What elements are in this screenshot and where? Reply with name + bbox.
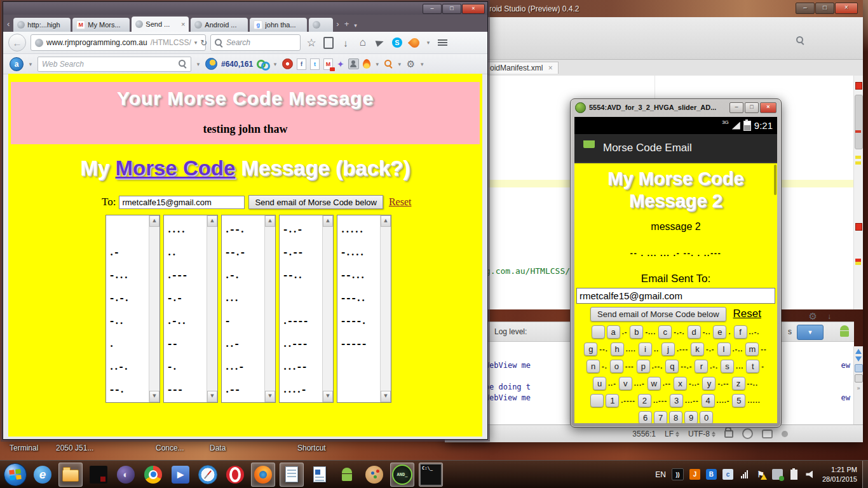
new-tab-button[interactable]: + xyxy=(344,19,349,29)
morse-option[interactable]: .... xyxy=(164,219,207,241)
app-reset-link[interactable]: Reset xyxy=(733,308,761,320)
scroll-down-icon[interactable]: ▼ xyxy=(207,391,217,402)
log-filter-dropdown[interactable]: ▼ xyxy=(797,325,824,340)
morse-key-v[interactable]: v xyxy=(619,377,632,390)
downloads-icon[interactable]: ↓ xyxy=(339,37,352,48)
browser-tab[interactable]: MMy Mors... xyxy=(72,18,130,32)
morse-option[interactable]: -..- xyxy=(280,219,323,241)
menu-hamburger-icon[interactable] xyxy=(436,39,449,46)
network-warning-icon[interactable]: ⚑ xyxy=(756,469,766,480)
morse-option[interactable]: ...-- xyxy=(280,356,323,379)
desktop-icon-label[interactable]: 2050 J51... xyxy=(56,444,93,452)
morse-option[interactable] xyxy=(280,287,323,310)
morse-option[interactable]: ...- xyxy=(222,356,265,379)
studio-tab-close-icon[interactable]: × xyxy=(548,64,553,72)
morse-key-z[interactable]: z xyxy=(732,377,745,390)
url-history-caret-icon[interactable]: ▾ xyxy=(194,39,198,46)
avast-caret-icon[interactable]: ▾ xyxy=(27,61,34,67)
lock-icon[interactable] xyxy=(724,430,733,438)
morse-key-o[interactable]: o xyxy=(610,360,623,373)
scroll-up-icon[interactable]: ▲ xyxy=(207,215,217,227)
morse-option[interactable]: ....- xyxy=(280,379,323,402)
scroll-up-icon[interactable]: ▲ xyxy=(323,215,333,227)
morse-key-9[interactable]: 9 xyxy=(684,411,698,423)
morse-option[interactable]: .---- xyxy=(280,310,323,333)
morse-option[interactable]: -... xyxy=(106,264,149,287)
bookmarks-menu-icon[interactable] xyxy=(322,37,335,49)
morse-option[interactable]: --... xyxy=(337,264,381,287)
internet-explorer-icon[interactable]: e xyxy=(31,463,54,486)
email-to-input[interactable] xyxy=(119,196,245,209)
morse-key-c[interactable]: c xyxy=(658,325,672,339)
morse-option[interactable]: ..--- xyxy=(280,333,323,356)
wordpad-icon[interactable] xyxy=(308,463,331,486)
app-send-button[interactable]: Send email of Morse Code below xyxy=(590,307,726,322)
morse-key-6[interactable]: 6 xyxy=(639,411,652,423)
scroll-down-icon[interactable]: ▼ xyxy=(323,391,333,402)
morse-option[interactable]: -. xyxy=(164,356,207,379)
morse-key-1[interactable]: 1 xyxy=(606,394,619,407)
notepad-icon[interactable] xyxy=(280,463,304,487)
tab-scroll-right-icon[interactable]: › xyxy=(336,19,339,29)
morse-key-u[interactable]: u xyxy=(593,377,606,390)
morse-listbox[interactable]: .......----.-.-..---.---▲▼ xyxy=(163,215,218,403)
morse-key-g[interactable]: g xyxy=(584,342,597,356)
morse-key-b[interactable]: b xyxy=(630,325,643,339)
zoom-search-icon[interactable] xyxy=(384,60,393,68)
morse-key-n[interactable]: n xyxy=(587,360,600,373)
more-actions-icon[interactable]: » xyxy=(854,385,863,391)
listbox-scrollbar[interactable]: ▲▼ xyxy=(149,215,159,402)
tab-list-caret-icon[interactable]: ▾ xyxy=(354,22,357,29)
browser-tab[interactable]: Send ...× xyxy=(132,17,189,32)
zoom-caret-icon[interactable]: ▾ xyxy=(397,61,403,67)
browser-search-field[interactable]: Search xyxy=(210,34,301,51)
morse-key-f[interactable]: f xyxy=(734,325,747,339)
warning-mark[interactable] xyxy=(855,161,861,165)
studio-maximize-button[interactable]: □ xyxy=(815,3,834,14)
firefox-icon[interactable] xyxy=(251,463,275,487)
morse-option[interactable]: -.-- xyxy=(280,241,323,264)
link-checker-icon[interactable] xyxy=(257,60,268,69)
alexa-rank-counter[interactable]: #640,161 xyxy=(221,60,253,69)
morse-option[interactable]: ..... xyxy=(337,219,381,241)
scroll-up-icon[interactable]: ▲ xyxy=(265,215,275,227)
morse-option[interactable]: ---.. xyxy=(337,287,381,310)
morse-key-a[interactable]: a xyxy=(607,325,620,339)
morse-key-s[interactable]: s xyxy=(721,360,734,373)
morse-option[interactable] xyxy=(106,219,149,241)
error-mark[interactable] xyxy=(855,223,862,231)
scroll-down-icon[interactable]: ▼ xyxy=(149,391,159,402)
morse-key-y[interactable]: y xyxy=(702,377,715,390)
browser-tab[interactable]: http:...high xyxy=(13,18,71,32)
url-bar[interactable]: www.rjmprogramming.com.au/HTMLCSS/ ▾ ↻ xyxy=(31,34,206,51)
android-sdk-icon[interactable]: AND_ xyxy=(390,463,414,487)
battery-icon[interactable] xyxy=(789,469,799,480)
morse-key-q[interactable]: q xyxy=(665,360,679,373)
morse-option[interactable]: .-- xyxy=(222,379,265,402)
studio-tab-androidmanifest[interactable]: oidManifest.xml × xyxy=(484,62,559,74)
tab-scroll-left-icon[interactable]: ‹ xyxy=(7,19,10,29)
opera-icon[interactable] xyxy=(224,463,247,486)
twitter-share-icon[interactable]: t xyxy=(310,58,320,70)
file-explorer-icon[interactable] xyxy=(58,463,83,487)
web-search-caret-icon[interactable]: ▾ xyxy=(195,61,201,67)
morse-listbox[interactable]: -..--.----...----..---...--....-▲▼ xyxy=(279,215,334,403)
emulator-titlebar[interactable]: 5554:AVD_for_3_2_HVGA_slider_AD... – □ × xyxy=(571,99,781,116)
desktop-icon-label[interactable]: Data xyxy=(210,444,226,452)
morse-option[interactable]: .-. xyxy=(222,264,265,287)
gmail-notifier-icon[interactable]: M xyxy=(323,58,333,70)
command-prompt-icon[interactable]: C:\_ xyxy=(419,463,443,487)
editor-scrollbar-thumb[interactable] xyxy=(855,95,863,149)
browser-close-button[interactable]: × xyxy=(462,4,485,14)
morse-key-blank[interactable] xyxy=(592,325,605,339)
morse-option[interactable]: -.. xyxy=(106,310,149,333)
morse-key-r[interactable]: r xyxy=(695,360,708,373)
search-icon[interactable] xyxy=(215,39,223,47)
reload-icon[interactable]: ↻ xyxy=(200,38,207,48)
flame-addon-icon[interactable] xyxy=(363,59,370,69)
encoding-selector[interactable]: UTF-8 xyxy=(688,430,715,438)
morse-key-3[interactable]: 3 xyxy=(670,394,683,407)
morse-key-5[interactable]: 5 xyxy=(732,394,745,407)
eclipse-icon[interactable]: ◐ xyxy=(114,463,137,486)
java-update-icon[interactable]: J xyxy=(689,469,700,480)
